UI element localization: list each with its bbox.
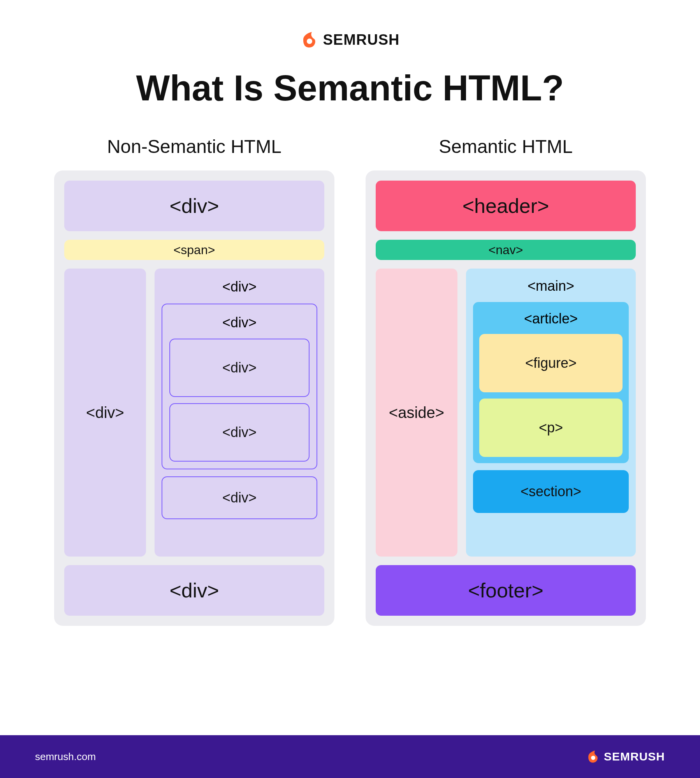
sem-aside-block: <aside> bbox=[376, 269, 457, 557]
sem-article-block: <article> <figure> <p> bbox=[473, 302, 629, 463]
panel-non-semantic: <div> <span> <div> <div> <div> <div> <di… bbox=[54, 170, 334, 626]
sem-main-block: <main> <article> <figure> <p> <section> bbox=[466, 269, 636, 557]
sem-footer-block: <footer> bbox=[376, 565, 636, 616]
column-semantic: Semantic HTML <header> <nav> <aside> <ma… bbox=[366, 136, 646, 626]
sem-figure-block: <figure> bbox=[479, 334, 623, 392]
flame-icon bbox=[586, 750, 599, 763]
ns-main-label: <div> bbox=[162, 276, 317, 297]
brand-wordmark: SEMRUSH bbox=[323, 32, 399, 48]
footer-url: semrush.com bbox=[35, 751, 96, 763]
comparison-columns: Non-Semantic HTML <div> <span> <div> <di… bbox=[35, 136, 665, 626]
sem-nav-block: <nav> bbox=[376, 240, 636, 260]
ns-header-block: <div> bbox=[64, 181, 324, 231]
column-title-right: Semantic HTML bbox=[439, 136, 573, 157]
ns-article-label: <div> bbox=[169, 311, 310, 332]
ns-figure-block: <div> bbox=[169, 339, 310, 397]
sem-article-label: <article> bbox=[479, 308, 623, 328]
footer-bar: semrush.com SEMRUSH bbox=[0, 735, 700, 778]
sem-header-block: <header> bbox=[376, 181, 636, 231]
ns-section-block: <div> bbox=[162, 476, 317, 519]
svg-point-1 bbox=[591, 756, 595, 760]
infographic-page: SEMRUSH What Is Semantic HTML? Non-Seman… bbox=[0, 0, 700, 735]
flame-icon bbox=[300, 31, 317, 48]
ns-main-block: <div> <div> <div> <div> <div> bbox=[155, 269, 324, 557]
brand-logo-top: SEMRUSH bbox=[300, 31, 399, 48]
ns-article-block: <div> <div> <div> bbox=[162, 304, 317, 469]
column-title-left: Non-Semantic HTML bbox=[107, 136, 281, 157]
column-non-semantic: Non-Semantic HTML <div> <span> <div> <di… bbox=[54, 136, 334, 626]
page-title: What Is Semantic HTML? bbox=[136, 68, 564, 109]
ns-nav-block: <span> bbox=[64, 240, 324, 260]
ns-aside-block: <div> bbox=[64, 269, 146, 557]
footer-brand: SEMRUSH bbox=[586, 750, 665, 763]
sem-p-block: <p> bbox=[479, 399, 623, 457]
footer-wordmark: SEMRUSH bbox=[604, 750, 665, 763]
ns-footer-block: <div> bbox=[64, 565, 324, 616]
svg-point-0 bbox=[307, 39, 312, 44]
ns-p-block: <div> bbox=[169, 403, 310, 462]
sem-main-label: <main> bbox=[473, 276, 629, 295]
sem-section-block: <section> bbox=[473, 470, 629, 513]
panel-semantic: <header> <nav> <aside> <main> <article> … bbox=[366, 170, 646, 626]
